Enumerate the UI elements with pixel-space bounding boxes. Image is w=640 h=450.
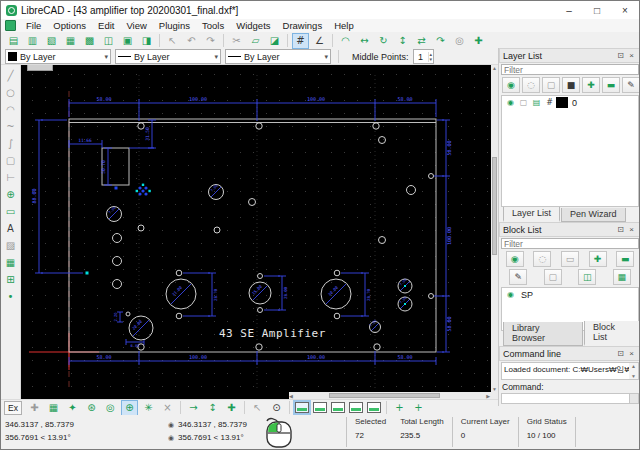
- tab-pen-wizard[interactable]: Pen Wizard: [561, 208, 626, 222]
- dock-area-left-icon[interactable]: [295, 402, 309, 413]
- insert-block-icon[interactable]: ◫: [578, 269, 596, 285]
- maximize-button[interactable]: □: [583, 1, 611, 19]
- isometric-grid-icon[interactable]: ∠: [311, 33, 328, 49]
- cut-icon[interactable]: ✂: [228, 33, 245, 49]
- save-block-icon[interactable]: ▦: [613, 269, 631, 285]
- snap-on-entity-icon[interactable]: ⊛: [83, 400, 100, 416]
- restrict-horizontal-icon[interactable]: →: [185, 400, 202, 416]
- toolbar-creator-icon[interactable]: +: [391, 400, 408, 416]
- modify-arc-icon[interactable]: ◠: [337, 33, 354, 49]
- snap-middle-icon[interactable]: ⊕: [121, 400, 138, 416]
- rename-block-icon[interactable]: ✎: [509, 269, 527, 285]
- zoom-window-icon[interactable]: ◎: [451, 33, 468, 49]
- tab-library-browser[interactable]: Library Browser: [503, 322, 583, 346]
- set-relative-zero-icon[interactable]: ↖: [249, 400, 266, 416]
- restrict-nothing-icon[interactable]: ✚: [223, 400, 240, 416]
- history-up-icon[interactable]: ▲: [631, 363, 636, 369]
- hatch-tool-icon[interactable]: ▨: [2, 237, 20, 254]
- history-down-icon[interactable]: ▼: [631, 373, 636, 379]
- open-file-icon[interactable]: ▧: [43, 33, 60, 49]
- rectangle-tool-icon[interactable]: ▭: [2, 203, 20, 220]
- modify-layer-icon[interactable]: ✎: [622, 77, 640, 93]
- command-options-button[interactable]: [630, 393, 639, 404]
- dimension-tool-icon[interactable]: ⊢: [2, 169, 20, 186]
- scroll-right-icon[interactable]: ▶: [486, 393, 490, 399]
- zoom-auto-icon[interactable]: ✚: [470, 33, 487, 49]
- hide-all-layers-icon[interactable]: ◌: [522, 77, 540, 93]
- pen-linetype-select[interactable]: By Layer ▾: [225, 49, 331, 64]
- layer-visible-icon[interactable]: ◉: [504, 96, 517, 109]
- line-tool-icon[interactable]: ╱: [2, 67, 20, 84]
- dock-area-bottom-icon[interactable]: [331, 402, 345, 413]
- select-pointer-icon[interactable]: ↖: [164, 33, 181, 49]
- toolbar-add-icon[interactable]: +: [410, 400, 427, 416]
- drawing-svg[interactable]: 58.00 100.00 100.00 58.00 58.00 100.00 1…: [21, 65, 498, 399]
- add-block-icon[interactable]: ✚: [589, 251, 607, 267]
- layer-filter-input[interactable]: [501, 64, 639, 75]
- pen-color-select[interactable]: By Layer ▾: [5, 49, 111, 64]
- layer-row[interactable]: ◉▢▤# 0: [502, 96, 638, 109]
- drill-holes[interactable]: [107, 123, 434, 350]
- restrict-vertical-icon[interactable]: ↕: [204, 400, 221, 416]
- vertical-scrollbar[interactable]: ▲ ▼: [491, 65, 498, 392]
- print-preview-icon[interactable]: ◨: [138, 33, 155, 49]
- menu-drawings[interactable]: Drawings: [277, 20, 329, 31]
- snap-intersection-icon[interactable]: ×: [159, 400, 176, 416]
- tab-block-list[interactable]: Block List: [584, 321, 640, 346]
- lock-relative-zero-icon[interactable]: ⊙: [268, 400, 285, 416]
- horizontal-scroll-thumb[interactable]: [329, 393, 440, 398]
- dimension-lines[interactable]: [35, 99, 450, 365]
- revert-direction-icon[interactable]: ↷: [432, 33, 449, 49]
- layer-color-swatch-icon[interactable]: [556, 97, 568, 108]
- lock-all-layers-icon[interactable]: ■: [562, 77, 580, 93]
- snap-endpoint-icon[interactable]: ✦: [64, 400, 81, 416]
- text-tool-icon[interactable]: A: [2, 220, 20, 237]
- menu-widgets[interactable]: Widgets: [230, 20, 276, 31]
- edit-block-icon[interactable]: ▢: [544, 269, 562, 285]
- block-filter-input[interactable]: [501, 238, 639, 249]
- block-tool-icon[interactable]: ⊞: [2, 271, 20, 288]
- menu-view[interactable]: View: [120, 20, 152, 31]
- move-icon[interactable]: ↔: [356, 33, 373, 49]
- block-row[interactable]: ◉ SP: [502, 288, 638, 301]
- new-file-icon[interactable]: ▤: [5, 33, 22, 49]
- grid-toggle-icon[interactable]: #: [292, 33, 309, 49]
- redo-icon[interactable]: ↷: [202, 33, 219, 49]
- save-file-icon[interactable]: ▦: [62, 33, 79, 49]
- exclusive-snap-button[interactable]: Ex: [4, 401, 22, 415]
- unlock-all-layers-icon[interactable]: ▢: [542, 77, 560, 93]
- image-tool-icon[interactable]: ▦: [2, 254, 20, 271]
- save-as-icon[interactable]: ▩: [81, 33, 98, 49]
- layer-print-icon[interactable]: ▤: [530, 96, 543, 109]
- float-panel-icon[interactable]: ⊡: [615, 225, 626, 234]
- snap-center-icon[interactable]: ◎: [102, 400, 119, 416]
- mdi-tab[interactable]: [27, 65, 53, 71]
- select-tool-icon[interactable]: ▢: [2, 152, 20, 169]
- rotate-icon[interactable]: ↻: [375, 33, 392, 49]
- close-panel-icon[interactable]: ×: [626, 349, 637, 358]
- command-input[interactable]: [501, 393, 630, 404]
- snap-point-tool-icon[interactable]: ⊕: [2, 186, 20, 203]
- point-tool-icon[interactable]: •: [2, 288, 20, 305]
- menu-plugins[interactable]: Plugins: [153, 20, 196, 31]
- toggle-block-visibility-icon[interactable]: ▭: [561, 251, 579, 267]
- chassis-outline[interactable]: [69, 119, 436, 352]
- spline-tool-icon[interactable]: ~: [2, 118, 20, 135]
- mirror-icon[interactable]: ⇄: [413, 33, 430, 49]
- circle-tool-icon[interactable]: ○: [2, 84, 20, 101]
- spin-down-icon[interactable]: ▾: [430, 57, 433, 62]
- snap-grid-icon[interactable]: ▦: [45, 400, 62, 416]
- scroll-left-icon[interactable]: ◀: [289, 393, 293, 399]
- selection-markers[interactable]: [86, 184, 407, 305]
- float-panel-icon[interactable]: ⊡: [615, 51, 626, 60]
- snap-distance-icon[interactable]: ✳: [140, 400, 157, 416]
- block-visible-icon[interactable]: ◉: [504, 288, 517, 301]
- drawing-canvas[interactable]: 58.00 100.00 100.00 58.00 58.00 100.00 1…: [21, 65, 498, 399]
- close-panel-icon[interactable]: ×: [626, 225, 637, 234]
- dock-area-top-icon[interactable]: [313, 402, 327, 413]
- add-layer-icon[interactable]: ✚: [582, 77, 600, 93]
- copy-icon[interactable]: ▱: [247, 33, 264, 49]
- menu-tools[interactable]: Tools: [196, 20, 230, 31]
- float-panel-icon[interactable]: ⊡: [615, 349, 626, 358]
- layer-list-area[interactable]: ◉▢▤# 0: [501, 95, 639, 207]
